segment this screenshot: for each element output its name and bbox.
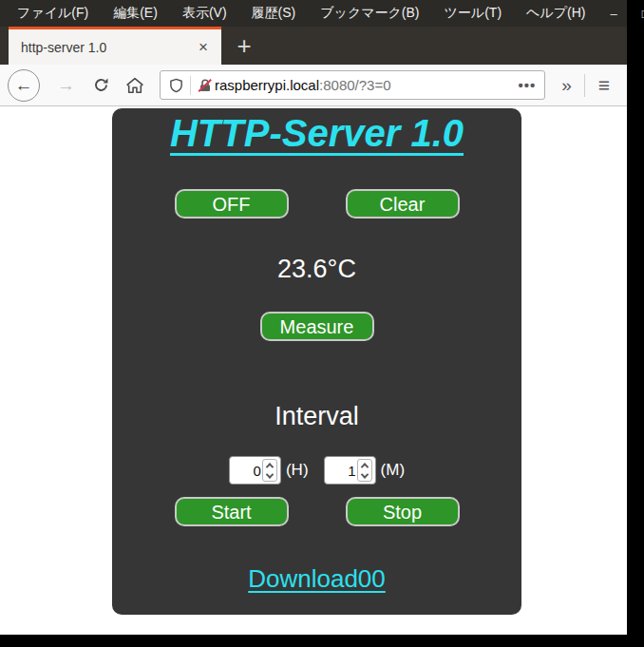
url-host: raspberrypi.local: [215, 77, 319, 93]
page-title: HTTP-Server 1.0: [170, 112, 464, 155]
clear-button[interactable]: Clear: [346, 189, 460, 219]
hamburger-icon: ≡: [598, 74, 610, 96]
menu-view[interactable]: 表示(V): [182, 5, 227, 22]
hours-spin-down[interactable]: [263, 470, 276, 481]
interval-inputs-row: (H) (M): [229, 456, 405, 485]
menu-help[interactable]: ヘルプ(H): [526, 5, 585, 22]
stop-button[interactable]: Stop: [346, 497, 460, 526]
hours-unit-label: (H): [286, 461, 309, 480]
hours-input[interactable]: [231, 463, 261, 479]
tab-bar: http-server 1.0 × +: [0, 27, 627, 65]
page-actions-icon[interactable]: •••: [518, 77, 536, 93]
insecure-lock-icon[interactable]: [198, 78, 213, 93]
temperature-reading: 23.6°C: [277, 255, 356, 284]
menu-edit[interactable]: 編集(E): [113, 5, 158, 22]
menu-bar: ファイル(F) 編集(E) 表示(V) 履歴(S) ブックマーク(B) ツール(…: [0, 0, 627, 27]
tab-close-icon[interactable]: ×: [195, 37, 212, 57]
menu-file[interactable]: ファイル(F): [17, 5, 88, 22]
tab-title: http-server 1.0: [21, 40, 106, 55]
home-button[interactable]: [118, 77, 152, 94]
minutes-input-box: [324, 456, 376, 485]
overflow-menu-button[interactable]: »: [553, 75, 580, 96]
back-icon: ←: [15, 75, 33, 96]
start-stop-row: Start Stop: [175, 497, 460, 526]
app-menu-button[interactable]: ≡: [589, 74, 619, 97]
navigation-toolbar: ← →: [0, 65, 627, 106]
double-chevron-icon: »: [561, 75, 572, 95]
off-clear-row: OFF Clear: [175, 189, 460, 219]
minutes-spinner: [357, 459, 372, 482]
start-button[interactable]: Start: [175, 497, 289, 526]
new-tab-button[interactable]: +: [221, 27, 267, 65]
download-link[interactable]: Download00: [248, 564, 386, 594]
reload-button[interactable]: [85, 77, 118, 93]
url-bar[interactable]: raspberrypi.local:8080/?3=0 •••: [160, 70, 545, 100]
menu-tools[interactable]: ツール(T): [445, 5, 502, 22]
browser-window: ファイル(F) 編集(E) 表示(V) 履歴(S) ブックマーク(B) ツール(…: [0, 0, 627, 635]
hours-input-box: [229, 456, 281, 485]
chevron-down-icon: [360, 470, 368, 478]
window-controls: – □: [611, 7, 644, 21]
menu-bookmarks[interactable]: ブックマーク(B): [320, 5, 419, 22]
minutes-spin-down[interactable]: [358, 470, 371, 481]
reload-icon: [93, 77, 109, 93]
url-suffix: :8080/?3=0: [319, 77, 391, 93]
minutes-unit-label: (M): [381, 461, 405, 480]
minimize-icon[interactable]: –: [611, 7, 617, 21]
tab-http-server[interactable]: http-server 1.0 ×: [9, 27, 221, 65]
chevron-up-icon: [360, 463, 368, 470]
page-viewport: HTTP-Server 1.0 OFF Clear 23.6°C Measure…: [0, 106, 627, 635]
tracking-shield-icon[interactable]: [169, 78, 183, 93]
url-bar-divider: [190, 76, 191, 95]
toolbar-divider: [584, 74, 585, 97]
plus-icon: +: [237, 31, 251, 61]
url-text: raspberrypi.local:8080/?3=0: [215, 77, 391, 93]
forward-button[interactable]: →: [47, 75, 85, 96]
interval-label: Interval: [275, 402, 359, 431]
chevron-down-icon: [266, 470, 274, 478]
back-button[interactable]: ←: [8, 69, 40, 102]
hours-spinner: [262, 459, 277, 482]
forward-icon: →: [57, 75, 75, 95]
hours-spin-up[interactable]: [263, 460, 276, 470]
chevron-up-icon: [266, 463, 274, 470]
http-server-panel: HTTP-Server 1.0 OFF Clear 23.6°C Measure…: [112, 108, 521, 615]
home-icon: [126, 77, 143, 94]
minutes-input[interactable]: [326, 463, 356, 479]
measure-button[interactable]: Measure: [260, 312, 374, 341]
menu-history[interactable]: 履歴(S): [252, 5, 296, 22]
minutes-spin-up[interactable]: [358, 460, 371, 470]
measure-row: Measure: [260, 312, 374, 341]
off-button[interactable]: OFF: [175, 189, 289, 219]
